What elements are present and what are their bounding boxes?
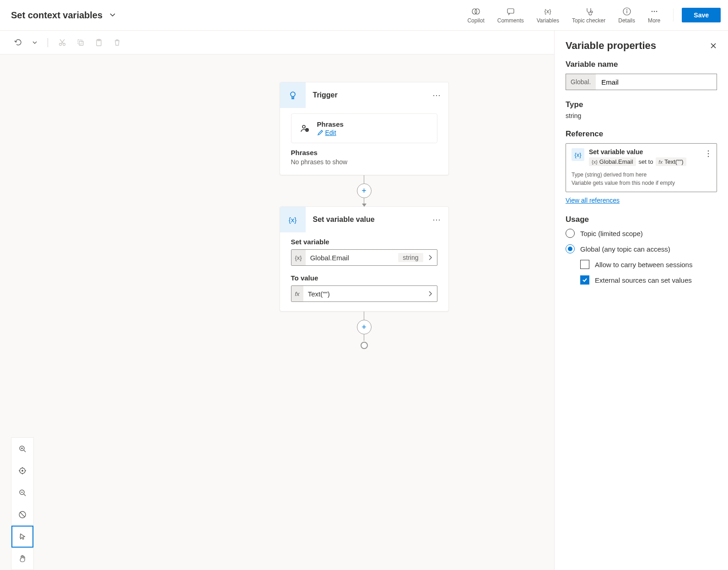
reference-meta-2: Variable gets value from this node if em… [572,179,711,187]
comments-label: Comments [497,17,524,24]
page-title-group: Set context variables [11,10,118,21]
pencil-icon [317,129,324,136]
hand-icon [18,554,27,563]
set-variable-title: Set variable value [306,215,425,224]
flow-container: Trigger ⋯ ⋯ Phrases Ed [280,82,449,570]
copy-icon [76,38,85,47]
to-value-input[interactable]: fx Text("") [291,285,437,302]
lightbulb-icon [280,82,306,108]
reference-menu-button[interactable] [706,148,711,159]
variable-name-input[interactable] [596,74,717,90]
details-action[interactable]: Details [614,5,640,26]
usage-topic-radio[interactable]: Topic (limited scope) [566,229,717,238]
trigger-body: ⋯ Phrases Edit Phrases [280,108,448,175]
set-variable-header: {x} Set variable value ⋯ [280,207,448,232]
edit-phrases-link[interactable]: Edit [317,129,344,136]
panel-title: Variable properties [566,40,656,52]
more-label: More [648,17,660,24]
svg-text:{x}: {x} [545,8,552,15]
svg-point-10 [656,11,657,12]
zoom-in-button[interactable] [11,438,33,460]
zoom-toolbar [11,437,34,570]
set-variable-menu-button[interactable]: ⋯ [425,215,448,225]
main-layout: Trigger ⋯ ⋯ Phrases Ed [0,31,728,570]
usage-label: Usage [566,215,717,224]
chevron-right-icon [423,254,437,261]
fx-icon: fx [291,286,303,301]
variable-icon: {x} [291,250,306,265]
svg-point-23 [22,470,23,472]
to-value-label: To value [291,274,437,282]
trigger-header: Trigger ⋯ [280,82,448,108]
reference-meta-1: Type (string) derived from here [572,171,711,179]
add-node-button[interactable]: + [357,183,372,198]
to-value-text: Text("") [303,290,423,298]
trigger-node[interactable]: Trigger ⋯ ⋯ Phrases Ed [280,82,449,175]
more-action[interactable]: More [643,5,665,26]
header-bar: Set context variables Copilot Comments {… [0,0,728,31]
svg-text:⋯: ⋯ [306,129,308,131]
trash-icon [113,38,121,47]
trigger-menu-button[interactable]: ⋯ [425,90,448,100]
cut-icon [58,38,66,47]
paste-button[interactable] [92,36,106,49]
reference-label: Reference [566,129,717,139]
svg-point-28 [708,156,709,157]
more-vertical-icon [707,150,709,157]
variables-icon: {x} [543,7,552,16]
svg-point-18 [302,125,305,128]
variable-selector[interactable]: {x} Global.Email string [291,249,437,266]
zoom-out-icon [18,489,27,497]
svg-point-1 [475,9,480,14]
zoom-out-button[interactable] [11,482,33,504]
no-zoom-icon [18,511,27,519]
save-button[interactable]: Save [682,8,721,22]
cursor-icon [18,532,27,541]
phrases-empty-message: No phrases to show [291,158,437,166]
cut-button[interactable] [55,36,69,49]
copilot-icon [471,7,480,16]
chevron-right-icon [423,290,437,297]
add-node-button[interactable]: + [357,320,372,334]
topic-dropdown-button[interactable] [107,10,118,21]
flow-end-icon [361,342,368,349]
svg-rect-2 [507,9,514,13]
undo-history-button[interactable] [29,37,40,48]
copy-button[interactable] [74,36,87,49]
variable-type-tag: string [398,253,423,262]
svg-point-26 [708,151,709,152]
copilot-action[interactable]: Copilot [463,5,489,26]
topic-checker-label: Topic checker [572,17,605,24]
variable-name-label: Variable name [566,60,717,69]
checkbox-icon [580,260,589,269]
svg-point-9 [653,11,655,12]
page-title: Set context variables [11,10,102,21]
external-sources-checkbox[interactable]: External sources can set values [580,275,717,285]
view-all-references-link[interactable]: View all references [566,197,620,204]
reset-zoom-button[interactable] [11,504,33,526]
undo-button[interactable] [11,36,25,49]
connector-arrow [364,198,364,206]
set-variable-node[interactable]: {x} Set variable value ⋯ Set variable {x… [280,206,449,312]
radio-icon [566,229,575,238]
phrases-meta-title: Phrases [291,149,437,156]
close-panel-button[interactable] [710,42,717,49]
delete-button[interactable] [110,36,124,49]
topic-checker-action[interactable]: Topic checker [567,5,610,26]
variables-action[interactable]: {x} Variables [532,5,564,26]
comments-action[interactable]: Comments [493,5,528,26]
type-label: Type [566,100,717,109]
svg-point-27 [708,153,709,155]
reference-card[interactable]: {x} Set variable value {x}Global.Email s… [566,143,717,192]
carry-sessions-checkbox[interactable]: Allow to carry between sessions [580,260,717,269]
select-tool-button[interactable] [11,526,33,548]
usage-global-label: Global (any topic can access) [580,245,670,253]
pan-tool-button[interactable] [11,548,33,570]
stethoscope-icon [584,7,593,16]
fit-view-button[interactable] [11,460,33,482]
target-icon [18,467,27,475]
connector [364,312,364,320]
usage-global-radio[interactable]: Global (any topic can access) [566,244,717,253]
copilot-label: Copilot [467,17,484,24]
connector [364,334,364,341]
